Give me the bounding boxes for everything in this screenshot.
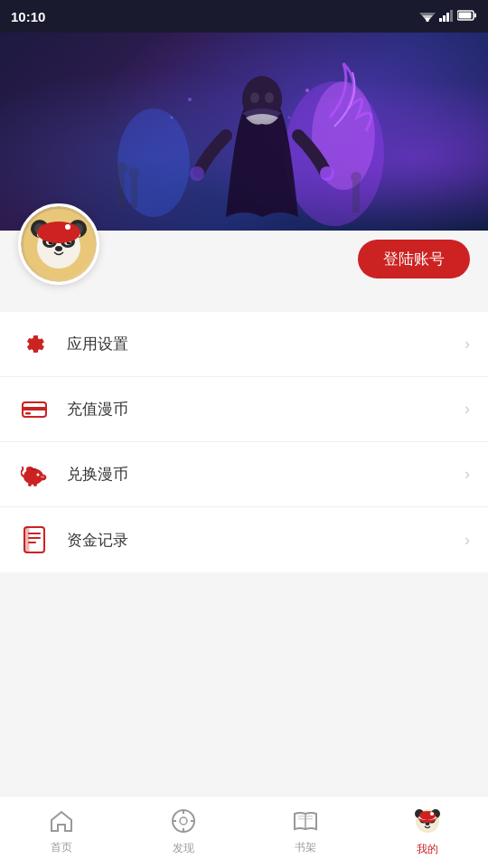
svg-rect-23	[352, 181, 360, 212]
nav-item-discover[interactable]: 发现	[122, 797, 244, 868]
svg-point-24	[351, 172, 361, 183]
svg-point-28	[288, 117, 291, 119]
menu-list: 应用设置 › 充值漫币 ›	[0, 312, 488, 572]
svg-rect-4	[439, 18, 442, 22]
bottom-nav: 首页 发现	[0, 796, 488, 868]
records-arrow: ›	[465, 531, 470, 550]
nav-item-mine[interactable]: 我的	[366, 797, 488, 868]
settings-icon	[18, 328, 51, 361]
svg-point-51	[39, 475, 46, 480]
svg-point-45	[37, 222, 80, 243]
svg-point-53	[42, 476, 44, 477]
svg-rect-5	[443, 15, 446, 22]
svg-point-20	[115, 162, 127, 175]
records-icon	[18, 524, 51, 556]
svg-point-16	[265, 92, 274, 103]
svg-point-26	[171, 117, 174, 119]
nav-item-shelf[interactable]: 书架	[244, 797, 366, 868]
shelf-icon	[291, 809, 320, 836]
menu-item-recharge[interactable]: 充值漫币 ›	[0, 377, 488, 442]
svg-point-43	[55, 246, 62, 251]
wifi-icon	[419, 9, 436, 24]
svg-point-55	[37, 473, 40, 476]
svg-point-27	[305, 89, 309, 92]
svg-rect-56	[31, 468, 36, 470]
svg-rect-65	[24, 527, 29, 552]
nav-discover-label: 发现	[173, 841, 194, 856]
exchange-arrow: ›	[465, 465, 470, 484]
svg-rect-21	[131, 176, 137, 208]
svg-point-13	[117, 108, 190, 217]
signal-icon	[439, 9, 454, 24]
recharge-icon	[18, 393, 51, 426]
svg-point-17	[190, 166, 204, 181]
menu-item-exchange[interactable]: 兑换漫币 ›	[0, 442, 488, 507]
svg-point-46	[65, 224, 70, 230]
svg-point-15	[250, 92, 259, 103]
svg-rect-49	[25, 412, 31, 415]
svg-rect-6	[446, 13, 449, 22]
profile-section: 登陆账号	[0, 231, 488, 303]
svg-rect-57	[28, 483, 32, 486]
svg-point-18	[320, 166, 334, 181]
home-icon	[49, 809, 74, 836]
status-time: 10:10	[11, 9, 45, 24]
recharge-arrow: ›	[465, 400, 470, 419]
records-label: 资金记录	[67, 530, 465, 551]
status-icons	[419, 9, 477, 24]
svg-rect-10	[459, 12, 472, 18]
svg-rect-48	[23, 407, 46, 410]
svg-point-67	[180, 817, 187, 825]
svg-rect-61	[28, 537, 41, 539]
avatar-image	[23, 209, 94, 279]
nav-mine-label: 我的	[417, 842, 438, 857]
battery-icon	[457, 10, 477, 24]
nav-shelf-label: 书架	[295, 840, 316, 855]
hero-figure	[99, 45, 389, 244]
empty-area	[0, 572, 488, 796]
menu-item-records[interactable]: 资金记录 ›	[0, 507, 488, 572]
svg-point-25	[188, 98, 192, 101]
nav-item-home[interactable]: 首页	[0, 797, 122, 868]
svg-rect-58	[33, 483, 37, 486]
recharge-label: 充值漫币	[67, 399, 465, 420]
exchange-icon	[18, 458, 51, 491]
svg-point-22	[129, 167, 140, 178]
avatar	[18, 203, 99, 285]
login-button[interactable]: 登陆账号	[358, 240, 470, 278]
svg-point-87	[430, 812, 434, 816]
discover-icon	[171, 808, 196, 837]
settings-label: 应用设置	[67, 334, 465, 354]
svg-point-52	[41, 476, 42, 477]
svg-rect-19	[117, 172, 125, 208]
exchange-label: 兑换漫币	[67, 464, 465, 485]
svg-rect-60	[28, 533, 41, 534]
svg-rect-9	[474, 13, 476, 17]
status-bar: 10:10	[0, 0, 488, 33]
menu-item-settings[interactable]: 应用设置 ›	[0, 312, 488, 377]
nav-home-label: 首页	[51, 840, 72, 855]
settings-arrow: ›	[465, 335, 470, 354]
svg-rect-7	[450, 10, 453, 22]
mine-icon	[414, 807, 441, 838]
